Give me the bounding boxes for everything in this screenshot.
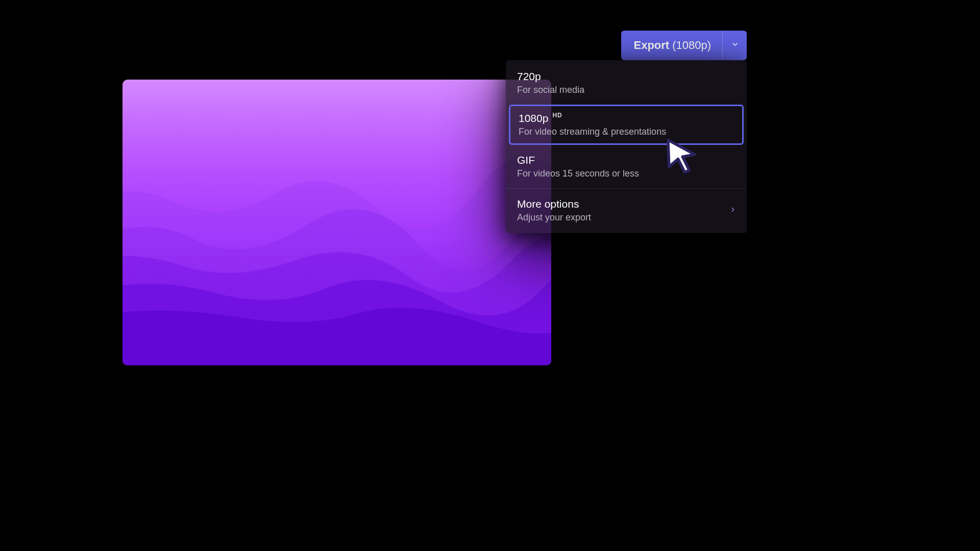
export-option-title: GIF	[517, 154, 736, 166]
menu-divider	[506, 188, 747, 189]
chevron-right-icon	[729, 206, 737, 215]
export-button[interactable]: Export (1080p)	[621, 31, 722, 60]
chevron-down-icon	[731, 40, 739, 51]
export-option-subtitle: For social media	[517, 85, 736, 95]
export-option-720p[interactable]: 720p For social media	[506, 63, 747, 103]
export-option-title: 1080p	[519, 112, 548, 124]
export-button-label: Export	[633, 39, 669, 52]
hd-badge: HD	[552, 112, 562, 119]
export-option-subtitle: For videos 15 seconds or less	[517, 168, 736, 179]
export-button-group: Export (1080p)	[621, 31, 747, 60]
export-more-options[interactable]: More options Adjust your export	[506, 191, 747, 230]
export-option-subtitle: For video streaming & presentations	[519, 127, 734, 137]
more-options-title: More options	[517, 198, 736, 210]
more-options-subtitle: Adjust your export	[517, 212, 736, 223]
export-options-menu: 720p For social media 1080p HD For video…	[506, 60, 747, 233]
export-option-title: 720p	[517, 70, 736, 83]
export-button-resolution: (1080p)	[672, 39, 711, 52]
export-option-gif[interactable]: GIF For videos 15 seconds or less	[506, 147, 747, 186]
video-preview-thumbnail	[122, 80, 551, 365]
export-options-toggle[interactable]	[722, 31, 747, 60]
export-option-1080p[interactable]: 1080p HD For video streaming & presentat…	[509, 105, 744, 145]
